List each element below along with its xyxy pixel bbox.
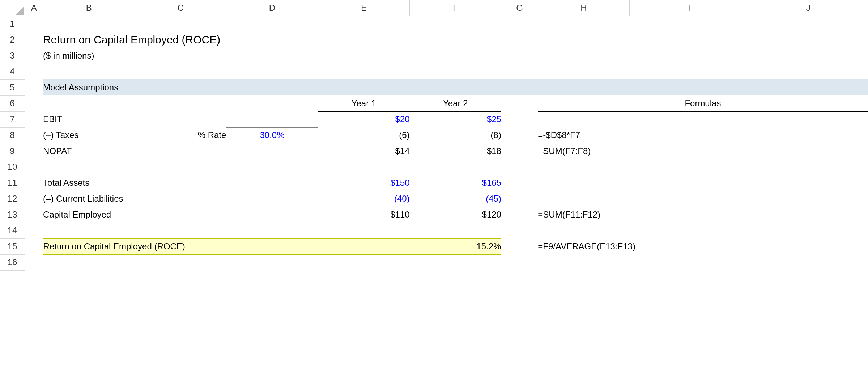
cell-G11[interactable] bbox=[501, 175, 538, 191]
row-header-2[interactable]: 2 bbox=[0, 32, 25, 48]
value-cap-y2[interactable]: $120 bbox=[410, 207, 501, 223]
cell-G8[interactable] bbox=[501, 127, 538, 143]
value-ebit-y2[interactable]: $25 bbox=[410, 111, 501, 127]
label-roce[interactable]: Return on Capital Employed (ROCE) bbox=[43, 238, 410, 254]
formula-nopat[interactable]: =SUM(F7:F8) bbox=[538, 143, 868, 159]
cell[interactable] bbox=[25, 254, 868, 270]
label-current-liabilities[interactable]: (–) Current Liabilities bbox=[43, 191, 318, 207]
cell-A5[interactable] bbox=[25, 79, 43, 95]
value-ebit-y1[interactable]: $20 bbox=[318, 111, 409, 127]
cell-A7[interactable] bbox=[25, 111, 43, 127]
cell-H7[interactable] bbox=[538, 111, 868, 127]
cell-A12[interactable] bbox=[25, 191, 43, 207]
row-header-4[interactable]: 4 bbox=[0, 64, 25, 79]
row-header-3[interactable]: 3 bbox=[0, 48, 25, 64]
label-total-assets[interactable]: Total Assets bbox=[43, 175, 318, 191]
label-taxes[interactable]: (–) Taxes bbox=[43, 127, 135, 143]
cell-G7[interactable] bbox=[501, 111, 538, 127]
row-header-14[interactable]: 14 bbox=[0, 223, 25, 238]
row-header-12[interactable]: 12 bbox=[0, 191, 25, 207]
row-header-15[interactable]: 15 bbox=[0, 238, 25, 254]
row-header-11[interactable]: 11 bbox=[0, 175, 25, 191]
row-header-16[interactable]: 16 bbox=[0, 254, 25, 270]
row-header-7[interactable]: 7 bbox=[0, 111, 25, 127]
cell-A3[interactable] bbox=[25, 48, 43, 64]
value-taxes-y1[interactable]: (6) bbox=[318, 127, 409, 143]
row-header-10[interactable]: 10 bbox=[0, 159, 25, 175]
cell-A6[interactable] bbox=[25, 95, 43, 111]
header-formulas[interactable]: Formulas bbox=[538, 95, 868, 111]
col-header-C[interactable]: C bbox=[135, 0, 226, 16]
col-header-G[interactable]: G bbox=[501, 0, 538, 16]
value-roce[interactable]: 15.2% bbox=[410, 238, 501, 254]
cell[interactable] bbox=[25, 64, 868, 79]
cell-A8[interactable] bbox=[25, 127, 43, 143]
cell-A15[interactable] bbox=[25, 238, 43, 254]
row-header-6[interactable]: 6 bbox=[0, 95, 25, 111]
cell-C6[interactable] bbox=[135, 95, 226, 111]
col-header-J[interactable]: J bbox=[749, 0, 868, 16]
col-header-B[interactable]: B bbox=[43, 0, 135, 16]
grid[interactable]: A B C D E F G H I J 1 2 Return on Capita… bbox=[0, 0, 868, 271]
row-header-1[interactable]: 1 bbox=[0, 16, 25, 32]
value-cap-y1[interactable]: $110 bbox=[318, 207, 409, 223]
cell-G13[interactable] bbox=[501, 207, 538, 223]
col-header-D[interactable]: D bbox=[226, 0, 318, 16]
cell-A9[interactable] bbox=[25, 143, 43, 159]
cell-D6[interactable] bbox=[226, 95, 318, 111]
row-header-13[interactable]: 13 bbox=[0, 207, 25, 223]
spreadsheet[interactable]: A B C D E F G H I J 1 2 Return on Capita… bbox=[0, 0, 868, 271]
col-header-A[interactable]: A bbox=[25, 0, 43, 16]
col-header-I[interactable]: I bbox=[630, 0, 749, 16]
cell-G12[interactable] bbox=[501, 191, 538, 207]
formula-roce[interactable]: =F9/AVERAGE(E13:F13) bbox=[538, 238, 868, 254]
formula-capital-employed[interactable]: =SUM(F11:F12) bbox=[538, 207, 868, 223]
cell-H11[interactable] bbox=[538, 175, 868, 191]
cell[interactable] bbox=[25, 16, 868, 32]
cell-B6[interactable] bbox=[43, 95, 135, 111]
section-header[interactable]: Model Assumptions bbox=[43, 79, 868, 95]
value-cl-y2[interactable]: (45) bbox=[410, 191, 501, 207]
formula-taxes[interactable]: =-$D$8*F7 bbox=[538, 127, 868, 143]
select-all-corner[interactable] bbox=[0, 0, 25, 16]
column-header-row: A B C D E F G H I J bbox=[0, 0, 868, 16]
value-cl-y1[interactable]: (40) bbox=[318, 191, 409, 207]
cell-G6[interactable] bbox=[501, 95, 538, 111]
row-header-8[interactable]: 8 bbox=[0, 127, 25, 143]
label-nopat[interactable]: NOPAT bbox=[43, 143, 318, 159]
row-header-5[interactable]: 5 bbox=[0, 79, 25, 95]
cell-A13[interactable] bbox=[25, 207, 43, 223]
col-header-H[interactable]: H bbox=[538, 0, 629, 16]
subtitle[interactable]: ($ in millions) bbox=[43, 48, 868, 64]
cell-G9[interactable] bbox=[501, 143, 538, 159]
label-pct-rate[interactable]: % Rate bbox=[135, 127, 226, 143]
cell[interactable] bbox=[25, 159, 868, 175]
header-year1[interactable]: Year 1 bbox=[318, 95, 409, 111]
input-tax-rate[interactable]: 30.0% bbox=[226, 127, 318, 143]
cell-G15[interactable] bbox=[501, 238, 538, 254]
row-header-9[interactable]: 9 bbox=[0, 143, 25, 159]
value-taxes-y2[interactable]: (8) bbox=[410, 127, 501, 143]
col-header-E[interactable]: E bbox=[318, 0, 409, 16]
page-title[interactable]: Return on Capital Employed (ROCE) bbox=[43, 32, 868, 48]
value-assets-y1[interactable]: $150 bbox=[318, 175, 409, 191]
label-ebit[interactable]: EBIT bbox=[43, 111, 318, 127]
label-capital-employed[interactable]: Capital Employed bbox=[43, 207, 318, 223]
header-year2[interactable]: Year 2 bbox=[410, 95, 501, 111]
cell-A11[interactable] bbox=[25, 175, 43, 191]
cell-A2[interactable] bbox=[25, 32, 43, 48]
cell[interactable] bbox=[25, 223, 868, 238]
cell-H12[interactable] bbox=[538, 191, 868, 207]
value-assets-y2[interactable]: $165 bbox=[410, 175, 501, 191]
col-header-F[interactable]: F bbox=[410, 0, 501, 16]
value-nopat-y2[interactable]: $18 bbox=[410, 143, 501, 159]
value-nopat-y1[interactable]: $14 bbox=[318, 143, 409, 159]
